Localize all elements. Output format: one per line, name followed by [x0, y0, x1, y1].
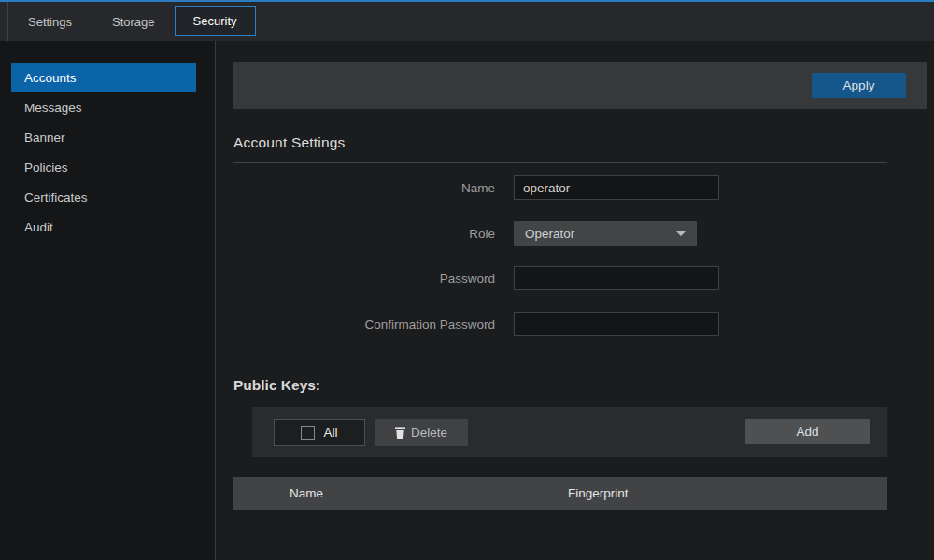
delete-button[interactable]: Delete: [375, 419, 468, 446]
sidebar-item-policies[interactable]: Policies: [0, 153, 215, 182]
name-row: Name: [234, 175, 887, 200]
tab-storage[interactable]: Storage: [92, 2, 175, 41]
password-row: Password: [234, 266, 887, 290]
apply-button[interactable]: Apply: [812, 73, 906, 98]
tab-settings[interactable]: Settings: [7, 2, 92, 41]
select-all-button[interactable]: All: [274, 419, 365, 446]
confirmation-password-row: Confirmation Password: [234, 312, 887, 336]
password-label: Password: [234, 272, 495, 286]
column-header-name: Name: [234, 486, 568, 500]
page-title: Account Settings: [234, 134, 346, 151]
public-keys-table-header: Name Fingerprint: [234, 477, 887, 510]
sidebar-item-messages[interactable]: Messages: [0, 93, 215, 122]
top-tab-bar: Settings Storage Security: [0, 0, 934, 41]
trash-icon: [395, 427, 405, 439]
role-label: Role: [234, 227, 495, 241]
public-keys-toolbar: All Delete Add: [252, 407, 887, 457]
confirmation-password-input[interactable]: [514, 312, 719, 336]
sidebar-item-banner[interactable]: Banner: [0, 123, 215, 152]
select-all-label: All: [323, 426, 337, 440]
select-all-checkbox[interactable]: [301, 426, 315, 440]
main-panel: Apply Account Settings Name Role Operato…: [217, 41, 934, 560]
role-row: Role Operator: [234, 221, 887, 246]
role-selected-value: Operator: [525, 227, 574, 241]
add-button[interactable]: Add: [745, 419, 870, 444]
name-input[interactable]: [514, 175, 719, 200]
sidebar-item-accounts[interactable]: Accounts: [11, 63, 196, 92]
public-keys-table-body: [234, 510, 887, 547]
chevron-down-icon: [676, 231, 686, 236]
sidebar-item-audit[interactable]: Audit: [0, 213, 215, 242]
password-input[interactable]: [514, 266, 719, 290]
tab-security[interactable]: Security: [175, 6, 256, 36]
sidebar: Accounts Messages Banner Policies Certif…: [0, 41, 216, 560]
public-keys-title: Public Keys:: [234, 377, 320, 394]
role-select[interactable]: Operator: [514, 221, 697, 246]
sidebar-list: Accounts Messages Banner Policies Certif…: [0, 63, 215, 242]
section-divider: [234, 162, 887, 163]
apply-toolbar: Apply: [234, 62, 927, 109]
column-header-fingerprint: Fingerprint: [568, 486, 887, 500]
delete-label: Delete: [411, 426, 447, 440]
name-label: Name: [234, 181, 495, 195]
sidebar-item-certificates[interactable]: Certificates: [0, 183, 215, 212]
confirmation-password-label: Confirmation Password: [234, 317, 495, 331]
